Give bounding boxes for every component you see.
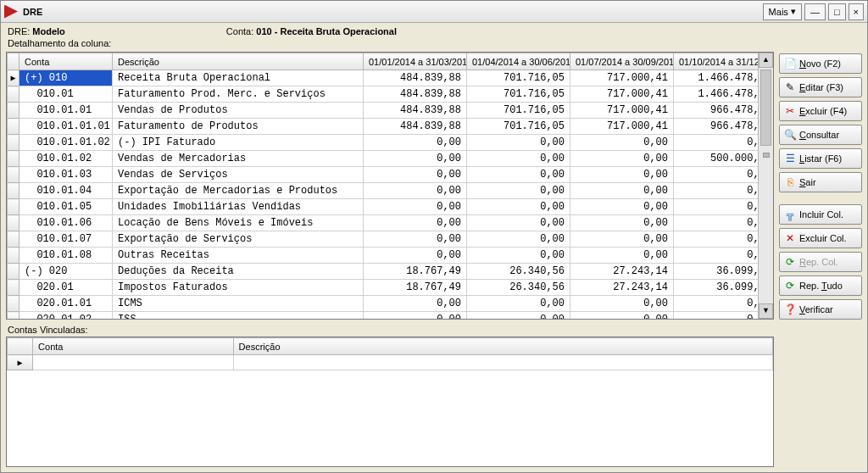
action-sidebar: 📄Novo (F2) ✎Editar (F3) ✂Excluir (F4) 🔍C… (779, 52, 862, 467)
table-row[interactable]: (-) 020Deduções da Receita18.767,4926.34… (8, 264, 759, 280)
rep-all-button[interactable]: ⟳Rep. Tudo (779, 275, 862, 296)
linked-label: Contas Vinculadas: (6, 320, 774, 337)
dre-value: Modelo (32, 26, 65, 36)
row-indicator-icon (8, 296, 19, 312)
cell-value: 0,00 (674, 183, 759, 199)
table-row[interactable]: 010.01.01.02(-) IPI Faturado0,000,000,00… (8, 135, 759, 151)
row-indicator-icon (8, 151, 19, 167)
table-row[interactable]: 010.01.01Vendas de Produtos484.839,88701… (8, 103, 759, 119)
maximize-button[interactable]: □ (828, 3, 846, 20)
cell-value: 701.716,05 (467, 119, 570, 135)
cell-conta: 010.01 (19, 86, 113, 103)
cell-value: 701.716,05 (467, 103, 570, 119)
scroll-down-icon[interactable]: ▼ (759, 303, 773, 319)
row-indicator-icon (8, 183, 19, 199)
table-row[interactable]: 010.01.04Exportação de Mercadorias e Pro… (8, 183, 759, 199)
linked-col-descricao[interactable]: Descrição (233, 338, 772, 355)
scroll-thumb[interactable] (760, 70, 771, 146)
dre-label: DRE: (8, 26, 30, 36)
cell-value: 484.839,88 (364, 103, 467, 119)
cell-conta: 010.01.03 (19, 167, 113, 183)
list-button[interactable]: ☰Listar (F6) (779, 148, 862, 169)
exit-icon: ⎘ (784, 176, 796, 188)
cell-value: 701.716,05 (467, 70, 570, 86)
cell-value: 0,00 (467, 248, 570, 264)
cell-value: 0,00 (467, 215, 570, 231)
row-indicator-icon (8, 280, 19, 296)
cell-value: 0,00 (467, 183, 570, 199)
cell-value: 0,00 (467, 135, 570, 151)
minimize-button[interactable]: — (804, 3, 826, 20)
col-descricao[interactable]: Descrição (113, 53, 364, 70)
col-p2[interactable]: 01/04/2014 a 30/06/2014 (467, 53, 570, 70)
cell-value: 0,00 (674, 248, 759, 264)
cell-value: 26.340,56 (467, 280, 570, 296)
cell-value: 0,00 (364, 231, 467, 248)
scroll-up-icon[interactable]: ▲ (759, 53, 773, 68)
cell-value: 0,00 (467, 167, 570, 183)
cell-value: 0,00 (364, 167, 467, 183)
cell-value: 0,00 (364, 296, 467, 312)
cell-value: 0,00 (570, 231, 674, 248)
scroll-notch[interactable] (763, 153, 770, 158)
table-row[interactable]: ▶ (8, 355, 773, 370)
edit-button[interactable]: ✎Editar (F3) (779, 77, 862, 97)
cell-descricao: ISS (113, 312, 364, 320)
row-indicator-icon (8, 167, 19, 183)
cell-value: 1.466.478,42 (674, 70, 759, 86)
cell-descricao: Faturamento Prod. Merc. e Serviços (113, 86, 364, 103)
linked-grid[interactable]: Conta Descrição ▶ (6, 337, 774, 467)
cell-value: 0,00 (467, 296, 570, 312)
table-row[interactable]: 010.01.06Locação de Bens Móveis e Imóvei… (8, 215, 759, 231)
cell-value: 36.099,39 (674, 280, 759, 296)
col-p4[interactable]: 01/10/2014 a 31/12/2014 (674, 53, 759, 70)
delete-button[interactable]: ✂Excluir (F4) (779, 101, 862, 121)
table-row[interactable]: 010.01.05Unidades Imobiliárias Vendidas0… (8, 199, 759, 215)
cell-conta: 010.01.02 (19, 151, 113, 167)
cell-value: 18.767,49 (364, 264, 467, 280)
cell-value: 1.466.478,42 (674, 86, 759, 103)
cell-conta: 020.01.01 (19, 296, 113, 312)
header-row: Conta Descrição 01/01/2014 a 31/03/2014 … (8, 53, 759, 70)
rep-col-button[interactable]: ⟳Rep. Col. (779, 252, 862, 272)
cell-value: 966.478,42 (674, 103, 759, 119)
rep-col-icon: ⟳ (784, 256, 796, 268)
cell-conta: 010.01.01.02 (19, 135, 113, 151)
table-row[interactable]: 010.01Faturamento Prod. Merc. e Serviços… (8, 86, 759, 103)
verify-button[interactable]: ❓Verificar (779, 299, 862, 320)
exclude-col-button[interactable]: ✕Excluir Col. (779, 228, 862, 248)
table-row[interactable]: 010.01.08Outras Receitas0,000,000,000,00 (8, 248, 759, 264)
cell-descricao: Unidades Imobiliárias Vendidas (113, 199, 364, 215)
linked-col-conta[interactable]: Conta (33, 338, 234, 355)
cell-conta: 010.01.06 (19, 215, 113, 231)
col-conta[interactable]: Conta (19, 53, 113, 70)
table-row[interactable]: 020.01Impostos Faturados18.767,4926.340,… (8, 280, 759, 296)
cell-descricao: Receita Bruta Operacional (113, 70, 364, 86)
more-button[interactable]: Mais ▾ (763, 3, 802, 20)
exit-button[interactable]: ⎘Sair (779, 172, 862, 192)
table-row[interactable]: 020.01.02ISS0,000,000,000,00 (8, 312, 759, 320)
cell-value: 484.839,88 (364, 86, 467, 103)
detalhe-label: Detalhamento da coluna: (1, 36, 867, 52)
table-row[interactable]: 010.01.07Exportação de Serviços0,000,000… (8, 231, 759, 248)
consult-button[interactable]: 🔍Consultar (779, 125, 862, 145)
col-p1[interactable]: 01/01/2014 a 31/03/2014 (364, 53, 467, 70)
table-row[interactable]: 010.01.01.01Faturamento de Produtos484.8… (8, 119, 759, 135)
main-grid[interactable]: Conta Descrição 01/01/2014 a 31/03/2014 … (6, 52, 774, 320)
table-row[interactable]: 010.01.03Vendas de Serviços0,000,000,000… (8, 167, 759, 183)
col-p3[interactable]: 01/07/2014 a 30/09/2014 (570, 53, 674, 70)
row-indicator-icon (8, 86, 19, 103)
row-indicator-icon (8, 119, 19, 135)
table-row[interactable]: 020.01.01ICMS0,000,000,000,00 (8, 296, 759, 312)
vertical-scrollbar[interactable]: ▲ ▼ (758, 53, 773, 319)
close-button[interactable]: × (849, 3, 864, 20)
cell-conta: 010.01.05 (19, 199, 113, 215)
cell-value: 0,00 (674, 135, 759, 151)
row-indicator-icon: ▶ (8, 355, 33, 370)
table-row[interactable]: 010.01.02Vendas de Mercadorias0,000,000,… (8, 151, 759, 167)
cell-descricao: Deduções da Receita (113, 264, 364, 280)
row-indicator-icon (8, 199, 19, 215)
new-button[interactable]: 📄Novo (F2) (779, 53, 862, 74)
include-col-button[interactable]: ╦Incluir Col. (779, 204, 862, 225)
table-row[interactable]: ▶(+) 010Receita Bruta Operacional484.839… (8, 70, 759, 86)
